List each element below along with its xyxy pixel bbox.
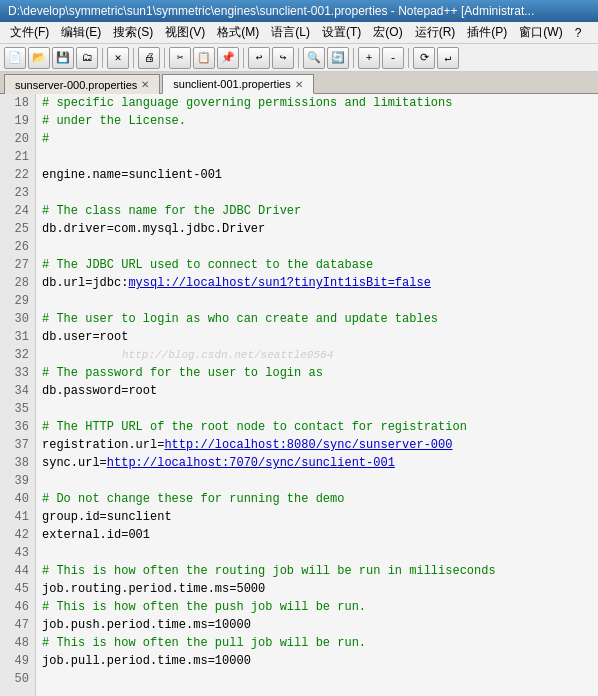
code-line: # The HTTP URL of the root node to conta… xyxy=(42,418,592,436)
code-link[interactable]: http://localhost:8080/sync/sunserver-000 xyxy=(164,438,452,452)
line-number: 36 xyxy=(6,418,29,436)
line-number: 18 xyxy=(6,94,29,112)
line-number: 27 xyxy=(6,256,29,274)
sync-button[interactable]: ⟳ xyxy=(413,47,435,69)
replace-button[interactable]: 🔄 xyxy=(327,47,349,69)
undo-button[interactable]: ↩ xyxy=(248,47,270,69)
zoom-out-button[interactable]: - xyxy=(382,47,404,69)
code-line xyxy=(42,472,592,490)
sep7 xyxy=(408,48,409,68)
copy-button[interactable]: 📋 xyxy=(193,47,215,69)
line-number: 23 xyxy=(6,184,29,202)
line-numbers: 1819202122232425262728293031323334353637… xyxy=(0,94,36,696)
open-button[interactable]: 📂 xyxy=(28,47,50,69)
line-number: 49 xyxy=(6,652,29,670)
close-button[interactable]: ✕ xyxy=(107,47,129,69)
line-number: 46 xyxy=(6,598,29,616)
line-number: 47 xyxy=(6,616,29,634)
sep5 xyxy=(298,48,299,68)
sep4 xyxy=(243,48,244,68)
line-number: 44 xyxy=(6,562,29,580)
new-button[interactable]: 📄 xyxy=(4,47,26,69)
line-number: 48 xyxy=(6,634,29,652)
comment-text: # xyxy=(42,132,49,146)
cut-button[interactable]: ✂ xyxy=(169,47,191,69)
comment-text: # The HTTP URL of the root node to conta… xyxy=(42,420,467,434)
code-line: # The class name for the JDBC Driver xyxy=(42,202,592,220)
code-line xyxy=(42,670,592,688)
watermark-text: http://blog.csdn.net/seattle0564 xyxy=(42,349,333,361)
code-link[interactable]: mysql://localhost/sun1?tinyInt1isBit=fal… xyxy=(128,276,430,290)
find-button[interactable]: 🔍 xyxy=(303,47,325,69)
save-all-button[interactable]: 🗂 xyxy=(76,47,98,69)
menu-language[interactable]: 语言(L) xyxy=(265,22,316,43)
menu-macro[interactable]: 宏(O) xyxy=(367,22,408,43)
menu-file[interactable]: 文件(F) xyxy=(4,22,55,43)
line-number: 32 xyxy=(6,346,29,364)
paste-button[interactable]: 📌 xyxy=(217,47,239,69)
line-number: 22 xyxy=(6,166,29,184)
menu-help[interactable]: ? xyxy=(569,24,588,42)
menu-edit[interactable]: 编辑(E) xyxy=(55,22,107,43)
menu-format[interactable]: 格式(M) xyxy=(211,22,265,43)
line-number: 20 xyxy=(6,130,29,148)
code-line: db.driver=com.mysql.jdbc.Driver xyxy=(42,220,592,238)
tab-sunserver-close[interactable]: ✕ xyxy=(141,79,149,90)
comment-text: # Do not change these for running the de… xyxy=(42,492,344,506)
menu-view[interactable]: 视图(V) xyxy=(159,22,211,43)
zoom-in-button[interactable]: + xyxy=(358,47,380,69)
code-prefix: db.url=jdbc: xyxy=(42,276,128,290)
tab-sunclient-close[interactable]: ✕ xyxy=(295,79,303,90)
sep3 xyxy=(164,48,165,68)
menu-bar: 文件(F) 编辑(E) 搜索(S) 视图(V) 格式(M) 语言(L) 设置(T… xyxy=(0,22,598,44)
code-line: job.routing.period.time.ms=5000 xyxy=(42,580,592,598)
menu-window[interactable]: 窗口(W) xyxy=(513,22,568,43)
code-line: job.push.period.time.ms=10000 xyxy=(42,616,592,634)
redo-button[interactable]: ↪ xyxy=(272,47,294,69)
menu-search[interactable]: 搜索(S) xyxy=(107,22,159,43)
menu-settings[interactable]: 设置(T) xyxy=(316,22,367,43)
line-number: 40 xyxy=(6,490,29,508)
tab-bar: sunserver-000.properties ✕ sunclient-001… xyxy=(0,72,598,94)
code-prefix: registration.url= xyxy=(42,438,164,452)
code-area[interactable]: # specific language governing permission… xyxy=(36,94,598,696)
code-line: # This is how often the routing job will… xyxy=(42,562,592,580)
code-line: # The password for the user to login as xyxy=(42,364,592,382)
editor[interactable]: 1819202122232425262728293031323334353637… xyxy=(0,94,598,696)
menu-run[interactable]: 运行(R) xyxy=(409,22,462,43)
code-line: # under the License. xyxy=(42,112,592,130)
line-number: 43 xyxy=(6,544,29,562)
code-link[interactable]: http://localhost:7070/sync/sunclient-001 xyxy=(107,456,395,470)
line-number: 19 xyxy=(6,112,29,130)
sep2 xyxy=(133,48,134,68)
line-number: 26 xyxy=(6,238,29,256)
code-line: # This is how often the push job will be… xyxy=(42,598,592,616)
toolbar: 📄 📂 💾 🗂 ✕ 🖨 ✂ 📋 📌 ↩ ↪ 🔍 🔄 + - ⟳ ↵ xyxy=(0,44,598,72)
code-line xyxy=(42,292,592,310)
print-button[interactable]: 🖨 xyxy=(138,47,160,69)
sep6 xyxy=(353,48,354,68)
line-number: 30 xyxy=(6,310,29,328)
tab-sunserver[interactable]: sunserver-000.properties ✕ xyxy=(4,74,160,94)
line-number: 29 xyxy=(6,292,29,310)
menu-plugins[interactable]: 插件(P) xyxy=(461,22,513,43)
code-line xyxy=(42,238,592,256)
tab-sunclient[interactable]: sunclient-001.properties ✕ xyxy=(162,74,313,94)
wrap-button[interactable]: ↵ xyxy=(437,47,459,69)
comment-text: # specific language governing permission… xyxy=(42,96,452,110)
code-line: # The user to login as who can create an… xyxy=(42,310,592,328)
line-number: 45 xyxy=(6,580,29,598)
sep1 xyxy=(102,48,103,68)
line-number: 50 xyxy=(6,670,29,688)
code-line: # xyxy=(42,130,592,148)
code-prefix: sync.url= xyxy=(42,456,107,470)
line-number: 34 xyxy=(6,382,29,400)
line-number: 21 xyxy=(6,148,29,166)
code-line: sync.url=http://localhost:7070/sync/sunc… xyxy=(42,454,592,472)
line-number: 24 xyxy=(6,202,29,220)
line-number: 28 xyxy=(6,274,29,292)
comment-text: # The class name for the JDBC Driver xyxy=(42,204,301,218)
save-button[interactable]: 💾 xyxy=(52,47,74,69)
title-bar: D:\develop\symmetric\sun1\symmetric\engi… xyxy=(0,0,598,22)
code-line: registration.url=http://localhost:8080/s… xyxy=(42,436,592,454)
